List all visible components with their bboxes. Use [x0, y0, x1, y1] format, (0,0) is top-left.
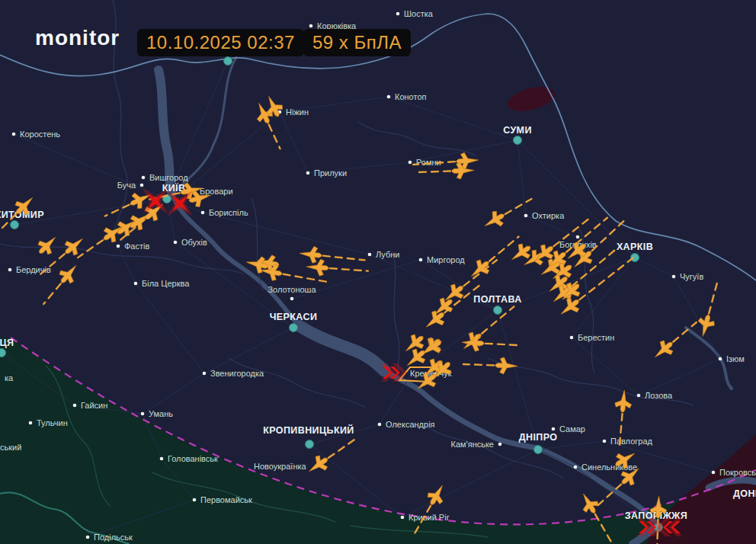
city-label: ХАРКІВ	[617, 242, 653, 252]
city-label: Павлоград	[610, 437, 653, 446]
city-label: Кам'янське	[450, 440, 494, 449]
town-dot	[140, 184, 144, 187]
capital-dot	[494, 306, 502, 315]
town-dot	[306, 171, 310, 175]
city-town: Первомайськ	[193, 495, 252, 504]
town-dot	[524, 214, 528, 218]
city-label: ПОЛТАВА	[473, 294, 521, 305]
city-label: Біла Церква	[142, 279, 190, 288]
city-label: СУМИ	[503, 125, 532, 136]
town-dot	[570, 336, 574, 340]
city-label: Лубни	[376, 250, 400, 259]
town-dot	[498, 443, 502, 446]
city-label: Конотоп	[395, 92, 427, 101]
city-label: Вишгород	[149, 173, 188, 182]
town-dot	[719, 357, 722, 361]
city-label: ЧЕРКАСИ	[270, 312, 318, 322]
city-label: Голованівськ	[168, 454, 218, 463]
city-label: Новоукраїнка	[254, 462, 307, 471]
drone-trail	[463, 364, 494, 365]
town-dot	[396, 12, 400, 16]
city-town: Бориспіль	[201, 208, 248, 217]
town-dot	[419, 258, 423, 262]
city-label: Ніжин	[286, 107, 309, 117]
city-label: Гайсин	[81, 401, 107, 410]
town-dot	[637, 394, 641, 398]
town-dot	[73, 404, 77, 408]
town-dot	[117, 245, 120, 248]
town-dot	[86, 536, 90, 539]
city-town: Біла Церква	[134, 279, 190, 288]
city-label: Охтирка	[532, 211, 565, 220]
town-dot	[174, 241, 178, 245]
town-dot	[309, 24, 313, 28]
city-label: Синельникове	[581, 462, 637, 472]
town-dot	[290, 297, 294, 301]
capital-dot	[224, 57, 232, 66]
city-label: Чугуїв	[680, 272, 703, 281]
capital-dot	[0, 349, 6, 357]
city-label: Умань	[149, 409, 173, 418]
city-label: Ізюм	[726, 354, 745, 363]
town-dot	[712, 471, 716, 475]
town-dot	[378, 423, 382, 427]
town-dot	[576, 235, 580, 239]
town-dot	[12, 133, 16, 136]
city-label: ський	[0, 443, 21, 452]
city-label: Тульчин	[37, 418, 68, 427]
city-label: Звенигородка	[210, 369, 264, 378]
town-dot	[193, 498, 197, 502]
city-town: Павлоград	[603, 437, 653, 446]
capital-dot	[514, 136, 522, 145]
city-label: Золотоноша	[267, 285, 316, 294]
town-dot	[142, 176, 146, 180]
city-town: Коростень	[12, 130, 61, 139]
town-dot	[8, 268, 12, 272]
city-label: Миргород	[427, 255, 465, 264]
town-dot	[408, 161, 412, 165]
city-label: Обухів	[181, 238, 207, 247]
capital-dot	[290, 324, 298, 332]
city-label: Олександрія	[386, 420, 435, 429]
town-dot	[368, 253, 372, 257]
capital-dot	[534, 446, 543, 454]
city-label: ДОНЕЦЬК	[733, 488, 756, 499]
city-label: Кривий Ріг	[408, 513, 450, 522]
town-dot	[574, 466, 578, 469]
town-dot	[29, 421, 33, 425]
city-label: Корюківка	[317, 21, 357, 30]
city-label: КРОПИВНИЦЬКИЙ	[263, 424, 354, 436]
city-label: Бориспіль	[209, 208, 248, 217]
town-dot	[160, 457, 164, 461]
city-label: ЧЕРНІГІВ	[205, 47, 251, 58]
city-label: ВІННИЦЯ	[0, 338, 14, 348]
town-dot	[401, 516, 405, 520]
city-label: Коростень	[20, 130, 60, 139]
city-label: Фастів	[124, 242, 149, 251]
city-town: Корюківка	[309, 21, 357, 30]
city-label: Бровари	[200, 187, 233, 196]
city-capital: ДОНЕЦЬК	[733, 488, 756, 499]
town-dot	[134, 282, 138, 286]
city-label: Лозова	[645, 391, 673, 400]
town-dot	[201, 211, 205, 215]
city-town: ський	[0, 443, 21, 452]
city-label: ка	[5, 373, 14, 382]
town-dot	[387, 95, 391, 99]
city-label: Буча	[117, 181, 136, 190]
town-dot	[603, 440, 607, 443]
town-dot	[203, 372, 207, 376]
city-town: Звенигородка	[203, 369, 264, 378]
city-town: Бровари	[200, 187, 233, 196]
ukraine-map[interactable]: ЧЕРНІГІВКИЇВСУМИХАРКІВПОЛТАВАЧЕРКАСИЖИТО…	[0, 0, 756, 544]
city-label: Покровськ	[719, 468, 756, 477]
city-town: Олександрія	[378, 420, 435, 429]
town-dot	[141, 412, 145, 416]
city-town: Новоукраїнка	[254, 462, 307, 471]
city-label: Самар	[559, 424, 585, 434]
town-dot	[672, 275, 676, 279]
city-label: Подільськ	[94, 533, 133, 542]
city-label: Шостка	[404, 9, 434, 18]
drone-monitor-screen: ЧЕРНІГІВКИЇВСУМИХАРКІВПОЛТАВАЧЕРКАСИЖИТО…	[0, 0, 756, 544]
town-dot	[552, 427, 556, 431]
